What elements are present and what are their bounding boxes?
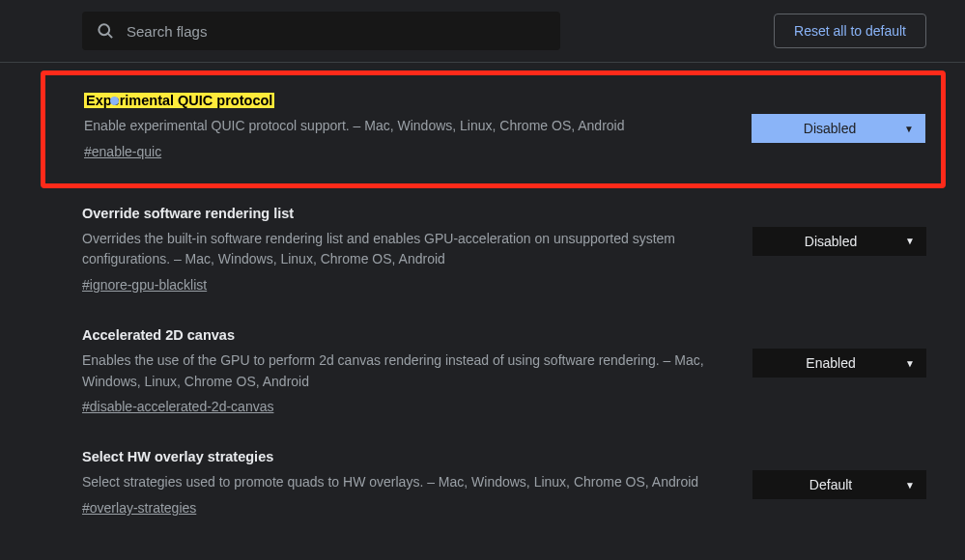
flags-list: Experimental QUIC protocol Enable experi… [0,70,965,533]
chevron-down-icon: ▼ [905,236,915,246]
flag-text: Accelerated 2D canvas Enables the use of… [82,327,714,414]
header: Reset all to default [0,0,965,63]
reset-all-button[interactable]: Reset all to default [774,14,926,48]
flag-hash-link[interactable]: #disable-accelerated-2d-canvas [82,399,273,414]
flag-description: Overrides the built-in software renderin… [82,229,714,270]
select-value: Enabled [764,355,897,371]
search-input[interactable] [127,23,547,40]
flag-title: Select HW overlay strategies [82,449,273,464]
search-container[interactable] [82,12,560,50]
search-icon [96,21,115,41]
flag-description: Select strategies used to promote quads … [82,472,714,493]
flag-hash-link[interactable]: #enable-quic [84,144,161,159]
flag-item: Override software rendering list Overrid… [0,188,965,310]
flag-select-wrapper: Enabled ▼ [752,349,926,378]
chevron-down-icon: ▼ [905,480,915,490]
flag-state-select[interactable]: Default ▼ [752,470,926,499]
svg-line-1 [108,34,112,38]
flag-hash-link[interactable]: #ignore-gpu-blacklist [82,277,207,293]
svg-point-0 [99,24,109,35]
flag-item: Select HW overlay strategies Select stra… [0,432,965,533]
flag-state-select[interactable]: Disabled ▼ [752,227,926,256]
flag-item: Accelerated 2D canvas Enables the use of… [0,310,965,432]
flag-item: Experimental QUIC protocol Enable experi… [41,70,946,188]
flag-hash-link[interactable]: #overlay-strategies [82,500,196,516]
flag-description: Enables the use of the GPU to perform 2d… [82,350,714,392]
flag-text: Experimental QUIC protocol Enable experi… [84,93,713,159]
flag-select-wrapper: Disabled ▼ [752,114,925,143]
select-value: Default [764,477,897,492]
select-value: Disabled [764,234,897,249]
chevron-down-icon: ▼ [904,124,914,134]
flag-select-wrapper: Default ▼ [752,470,926,499]
modified-indicator-dot [110,97,119,105]
flag-text: Override software rendering list Overrid… [82,206,714,293]
flag-title: Accelerated 2D canvas [82,327,235,343]
flag-state-select[interactable]: Enabled ▼ [752,349,926,378]
flag-text: Select HW overlay strategies Select stra… [82,449,714,516]
flag-select-wrapper: Disabled ▼ [752,227,926,256]
select-value: Disabled [763,121,896,136]
flag-state-select[interactable]: Disabled ▼ [752,114,925,143]
flag-description: Enable experimental QUIC protocol suppor… [84,116,713,137]
chevron-down-icon: ▼ [905,358,915,369]
flag-title: Override software rendering list [82,206,294,221]
